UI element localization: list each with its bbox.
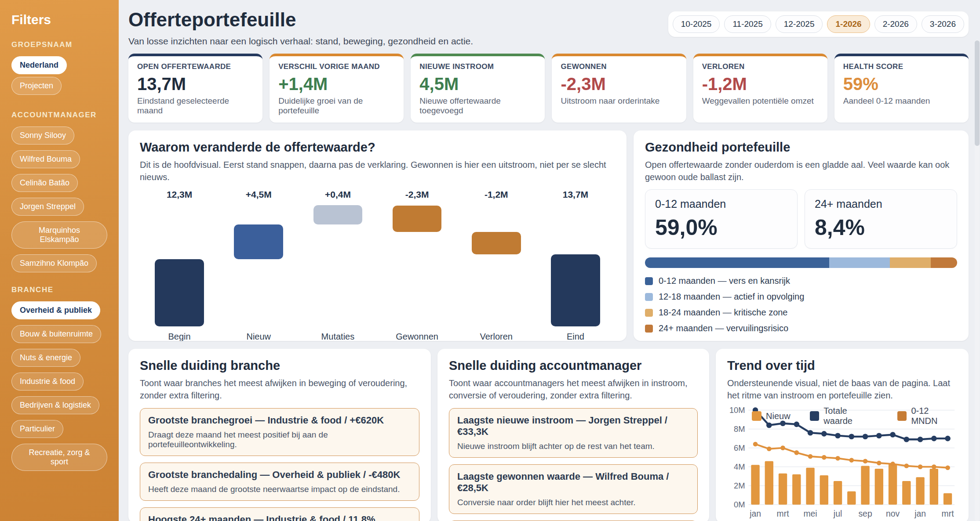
branche-insight-cards: Grootste branchegroei — Industrie & food… — [140, 408, 419, 521]
waterfall-bar-gewonnen — [393, 206, 442, 232]
age-distribution-legend: 0-12 maanden — vers en kansrijk12-18 maa… — [645, 276, 957, 333]
scrollbar-thumb[interactable] — [975, 40, 980, 146]
filter-chip-projecten[interactable]: Projecten — [11, 77, 62, 95]
trend-chart: NieuwTotale waarde0-12 MNDN 0M2M4M6M8M10… — [727, 405, 957, 521]
filter-chip-bouw-buitenruimte[interactable]: Bouw & buitenruimte — [11, 325, 101, 343]
kpi-label: HEALTH SCORE — [843, 62, 960, 71]
insight-card: Grootste branchegroei — Industrie & food… — [140, 408, 419, 456]
waterfall-chart — [140, 203, 615, 326]
waterfall-bar-eind — [551, 254, 600, 326]
insight-card-title: Laagste nieuwe instroom — Jorgen Streppe… — [457, 415, 689, 438]
month-selector: 10-202511-202512-20251-20262-20263-2026 — [668, 11, 969, 37]
filter-chip-celin-o-bat-o[interactable]: Celinão Batão — [11, 174, 78, 192]
am-panel-title: Snelle duiding accountmanager — [449, 358, 698, 373]
trend-legend-label: Totale waarde — [823, 406, 878, 426]
filter-chip-nederland[interactable]: Nederland — [11, 56, 67, 74]
legend-label: 18-24 maanden — kritische zone — [659, 308, 788, 318]
kpi-card-verloren: VERLOREN-1,2MWeggevallen potentiële omze… — [693, 54, 827, 123]
month-button-1-2026[interactable]: 1-2026 — [827, 15, 870, 33]
am-insight-cards: Laagste nieuwe instroom — Jorgen Streppe… — [449, 408, 698, 521]
insight-card-title: Grootste branchedaling — Overheid & publ… — [148, 469, 411, 481]
dashboard-page: Filters GROEPSNAAMNederlandProjectenACCO… — [0, 0, 980, 521]
health-box-value: 59,0% — [655, 215, 787, 240]
insight-card-body: Draagt deze maand het meest positief bij… — [148, 430, 411, 449]
health-panel-title: Gezondheid portefeuille — [645, 140, 957, 155]
header-row: Offerteportefeuille Van losse inzichten … — [128, 6, 969, 54]
kpi-subtext: Weggevallen potentiële omzet — [702, 96, 819, 106]
filter-chip-overheid-publiek[interactable]: Overheid & publiek — [11, 301, 100, 319]
filter-chip-industrie-food[interactable]: Industrie & food — [11, 373, 84, 391]
month-button-10-2025[interactable]: 10-2025 — [673, 15, 720, 33]
kpi-subtext: Uitstroom naar orderintake — [561, 96, 677, 106]
kpi-row: OPEN OFFERTEWAARDE13,7MEindstand geselec… — [128, 54, 969, 123]
legend-label: 24+ maanden — vervuilingsrisico — [659, 323, 788, 333]
kpi-value: -2,3M — [561, 74, 677, 94]
svg-text:4M: 4M — [734, 463, 745, 472]
svg-text:nov: nov — [886, 509, 900, 518]
filters-sidebar: Filters GROEPSNAAMNederlandProjectenACCO… — [0, 0, 119, 521]
waterfall-value-label: -2,3M — [378, 189, 457, 200]
kpi-subtext: Aandeel 0-12 maanden — [843, 96, 960, 106]
legend-swatch — [645, 293, 653, 301]
kpi-subtext: Duidelijke groei van de portefeuille — [278, 96, 395, 116]
trend-legend-label: Nieuw — [766, 411, 791, 421]
kpi-label: VERLOREN — [702, 62, 819, 71]
kpi-label: VERSCHIL VORIGE MAAND — [278, 62, 395, 71]
trend-legend-swatch — [810, 411, 820, 421]
waterfall-value-label: +4,5M — [219, 189, 298, 200]
insight-card: Grootste branchedaling — Overheid & publ… — [140, 463, 419, 501]
filters-title: Filters — [11, 12, 107, 27]
filter-chip-samzihno-klomp-o[interactable]: Samzihno Klompão — [11, 254, 97, 272]
kpi-card-health-score: HEALTH SCORE59%Aandeel 0-12 maanden — [834, 54, 969, 123]
branche-panel-title: Snelle duiding branche — [140, 358, 419, 373]
filter-chip-bedrijven-logistiek[interactable]: Bedrijven & logistiek — [11, 396, 99, 414]
filter-chip-particulier[interactable]: Particulier — [11, 420, 63, 438]
month-button-3-2026[interactable]: 3-2026 — [922, 15, 964, 33]
trend-legend: NieuwTotale waarde0-12 MNDN — [752, 406, 957, 426]
stack-segment-0-12-maanden — [645, 257, 829, 268]
waterfall-value-labels: 12,3M+4,5M+0,4M-2,3M-1,2M13,7M — [140, 189, 615, 200]
health-boxes: 0-12 maanden 59,0% 24+ maanden 8,4% — [645, 189, 957, 249]
legend-label: 0-12 maanden — vers en kansrijk — [659, 276, 790, 286]
month-button-12-2025[interactable]: 12-2025 — [776, 15, 823, 33]
svg-text:jan: jan — [914, 509, 926, 518]
kpi-card-verschil-vorige-maand: VERSCHIL VORIGE MAAND+1,4MDuidelijke gro… — [270, 54, 404, 123]
filter-chip-marquinhos-elskamp-o[interactable]: Marquinhos Elskampão — [11, 221, 107, 249]
chip-group-branche: Overheid & publiekBouw & buitenruimteNut… — [11, 301, 107, 471]
insight-card-title: Laagste gewonnen waarde — Wilfred Bouma … — [457, 471, 689, 494]
waterfall-category-label: Begin — [140, 332, 219, 341]
kpi-subtext: Eindstand geselecteerde maand — [137, 96, 254, 116]
kpi-card-open-offertewaarde: OPEN OFFERTEWAARDE13,7MEindstand geselec… — [128, 54, 262, 123]
trend-legend-item-totale-waarde: Totale waarde — [810, 406, 878, 426]
age-distribution-stacked-bar — [645, 257, 957, 268]
scrollbar[interactable] — [975, 40, 980, 521]
filter-chip-sonny-silooy[interactable]: Sonny Silooy — [11, 127, 74, 145]
legend-item: 0-12 maanden — vers en kansrijk — [645, 276, 957, 286]
svg-text:jul: jul — [833, 509, 842, 518]
branche-panel-desc: Toont waar branches het meest afwijken i… — [140, 377, 419, 402]
waterfall-panel-title: Waarom veranderde de offertewaarde? — [140, 140, 615, 155]
waterfall-bar-nieuw — [234, 224, 283, 259]
waterfall-category-label: Mutaties — [298, 332, 377, 341]
svg-text:sep: sep — [858, 509, 872, 518]
filter-chip-recreatie-zorg-sport[interactable]: Recreatie, zorg & sport — [11, 444, 107, 471]
filter-chip-jorgen-streppel[interactable]: Jorgen Streppel — [11, 198, 84, 216]
accountmanager-insights-panel: Snelle duiding accountmanager Toont waar… — [437, 349, 709, 521]
health-panel: Gezondheid portefeuille Open offertewaar… — [634, 130, 969, 341]
legend-item: 18-24 maanden — kritische zone — [645, 308, 957, 318]
trend-legend-swatch — [752, 411, 761, 421]
kpi-label: GEWONNEN — [561, 62, 677, 71]
waterfall-value-label: 12,3M — [140, 189, 219, 200]
health-box-24-plus: 24+ maanden 8,4% — [805, 189, 957, 249]
month-button-11-2025[interactable]: 11-2025 — [724, 15, 771, 33]
month-button-2-2026[interactable]: 2-2026 — [874, 15, 917, 33]
waterfall-category-labels: BeginNieuwMutatiesGewonnenVerlorenEind — [140, 332, 615, 341]
kpi-value: 4,5M — [419, 74, 536, 94]
waterfall-category-label: Verloren — [457, 332, 536, 341]
filter-chip-nuts-energie[interactable]: Nuts & energie — [11, 349, 80, 367]
legend-item: 24+ maanden — vervuilingsrisico — [645, 323, 957, 333]
svg-text:0M: 0M — [734, 500, 745, 510]
filter-chip-wilfred-bouma[interactable]: Wilfred Bouma — [11, 150, 80, 168]
legend-item: 12-18 maanden — actief in opvolging — [645, 292, 957, 302]
waterfall-value-label: -1,2M — [457, 189, 536, 200]
